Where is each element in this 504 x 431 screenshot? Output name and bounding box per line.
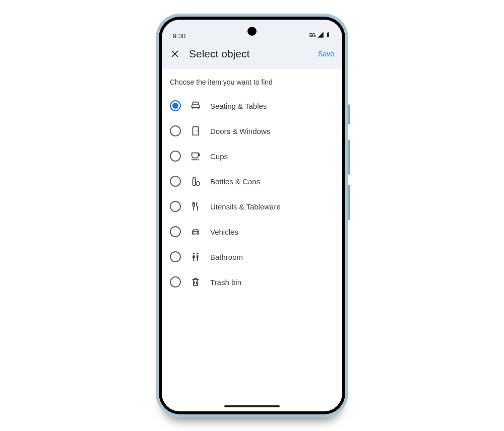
camera-cutout — [247, 27, 257, 36]
vehicle-icon — [190, 226, 201, 237]
option-label: Doors & Windows — [210, 127, 270, 135]
nav-handle[interactable] — [224, 405, 280, 407]
trash-icon — [190, 276, 201, 288]
option-label: Bathroom — [210, 253, 243, 261]
radio-button[interactable] — [170, 226, 181, 237]
content-area: Choose the item you want to find Seating… — [162, 69, 342, 411]
svg-point-4 — [193, 253, 195, 255]
option-row[interactable]: Bathroom — [170, 244, 334, 269]
close-icon[interactable] — [170, 49, 180, 59]
volume-up-button — [348, 139, 350, 175]
page-title: Select object — [189, 48, 309, 60]
option-label: Trash bin — [210, 278, 241, 286]
option-row[interactable]: Trash bin — [170, 269, 334, 295]
svg-point-5 — [197, 253, 199, 255]
svg-point-3 — [197, 232, 198, 233]
option-row[interactable]: Doors & Windows — [170, 118, 334, 143]
screen: 9:30 5G Select object Save — [162, 20, 342, 411]
bathroom-icon — [190, 251, 201, 262]
network-label: 5G — [309, 33, 316, 38]
option-label: Vehicles — [210, 228, 238, 236]
power-button — [348, 104, 350, 124]
door-icon — [190, 125, 201, 136]
app-bar: Select object Save — [162, 41, 342, 69]
option-label: Utensils & Tableware — [210, 202, 281, 211]
option-row[interactable]: Cups — [170, 143, 334, 169]
chair-icon — [190, 100, 201, 111]
radio-button[interactable] — [170, 151, 181, 162]
options-list: Seating & TablesDoors & WindowsCupsBottl… — [170, 93, 334, 295]
option-label: Cups — [210, 152, 228, 161]
svg-point-1 — [196, 182, 200, 185]
option-row[interactable]: Utensils & Tableware — [170, 194, 334, 219]
instruction-text: Choose the item you want to find — [170, 78, 334, 86]
save-button[interactable]: Save — [318, 50, 334, 58]
bottle-icon — [190, 176, 201, 187]
option-label: Seating & Tables — [210, 102, 267, 110]
option-label: Bottles & Cans — [210, 177, 260, 186]
option-row[interactable]: Bottles & Cans — [170, 169, 334, 194]
volume-down-button — [348, 185, 350, 220]
battery-icon — [325, 31, 331, 40]
radio-button[interactable] — [170, 100, 181, 111]
svg-point-0 — [197, 130, 198, 131]
radio-button[interactable] — [170, 276, 181, 288]
svg-point-2 — [193, 232, 194, 233]
phone-frame: 9:30 5G Select object Save — [156, 14, 348, 417]
signal-icon — [317, 31, 324, 40]
radio-button[interactable] — [170, 251, 181, 262]
status-icons: 5G — [309, 31, 331, 40]
option-row[interactable]: Vehicles — [170, 219, 334, 244]
cup-icon — [190, 151, 201, 162]
radio-button[interactable] — [170, 125, 181, 136]
option-row[interactable]: Seating & Tables — [170, 93, 334, 118]
status-time: 9:30 — [173, 32, 185, 40]
radio-button[interactable] — [170, 201, 181, 212]
radio-button[interactable] — [170, 176, 181, 187]
utensils-icon — [190, 201, 201, 212]
